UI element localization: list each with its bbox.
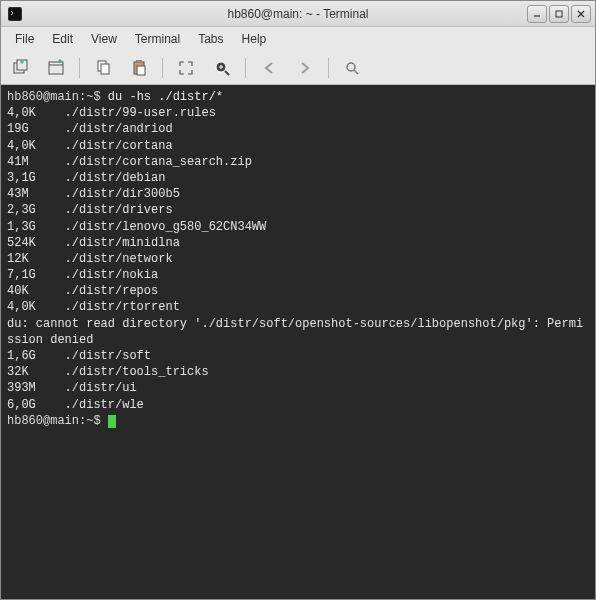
svg-rect-17 bbox=[136, 60, 142, 63]
menu-help[interactable]: Help bbox=[234, 30, 275, 48]
prev-tab-button[interactable] bbox=[256, 55, 282, 81]
svg-point-23 bbox=[347, 63, 355, 71]
toolbar-separator bbox=[328, 58, 329, 78]
window-title: hb860@main: ~ - Terminal bbox=[1, 7, 595, 21]
maximize-button[interactable] bbox=[549, 5, 569, 23]
terminal-window: hb860@main: ~ - Terminal File Edit View … bbox=[0, 0, 596, 600]
svg-rect-1 bbox=[9, 8, 21, 20]
terminal-output[interactable]: hb860@main:~$ du -hs ./distr/* 4,0K ./di… bbox=[1, 85, 595, 599]
menubar: File Edit View Terminal Tabs Help bbox=[1, 27, 595, 51]
zoom-button[interactable] bbox=[209, 55, 235, 81]
fullscreen-button[interactable] bbox=[173, 55, 199, 81]
toolbar-separator bbox=[79, 58, 80, 78]
menu-file[interactable]: File bbox=[7, 30, 42, 48]
svg-rect-3 bbox=[556, 11, 562, 17]
menu-tabs[interactable]: Tabs bbox=[190, 30, 231, 48]
paste-button[interactable] bbox=[126, 55, 152, 81]
search-button[interactable] bbox=[339, 55, 365, 81]
svg-line-20 bbox=[225, 71, 229, 75]
svg-rect-15 bbox=[101, 64, 109, 74]
svg-rect-18 bbox=[137, 66, 145, 75]
new-tab-button[interactable] bbox=[7, 55, 33, 81]
next-tab-button[interactable] bbox=[292, 55, 318, 81]
svg-line-24 bbox=[354, 70, 358, 74]
toolbar-separator bbox=[245, 58, 246, 78]
toolbar-separator bbox=[162, 58, 163, 78]
terminal-app-icon bbox=[7, 6, 23, 22]
menu-view[interactable]: View bbox=[83, 30, 125, 48]
svg-rect-10 bbox=[49, 62, 63, 74]
menu-terminal[interactable]: Terminal bbox=[127, 30, 188, 48]
toolbar bbox=[1, 51, 595, 85]
copy-button[interactable] bbox=[90, 55, 116, 81]
window-controls bbox=[527, 5, 591, 23]
titlebar: hb860@main: ~ - Terminal bbox=[1, 1, 595, 27]
minimize-button[interactable] bbox=[527, 5, 547, 23]
menu-edit[interactable]: Edit bbox=[44, 30, 81, 48]
new-window-button[interactable] bbox=[43, 55, 69, 81]
close-button[interactable] bbox=[571, 5, 591, 23]
